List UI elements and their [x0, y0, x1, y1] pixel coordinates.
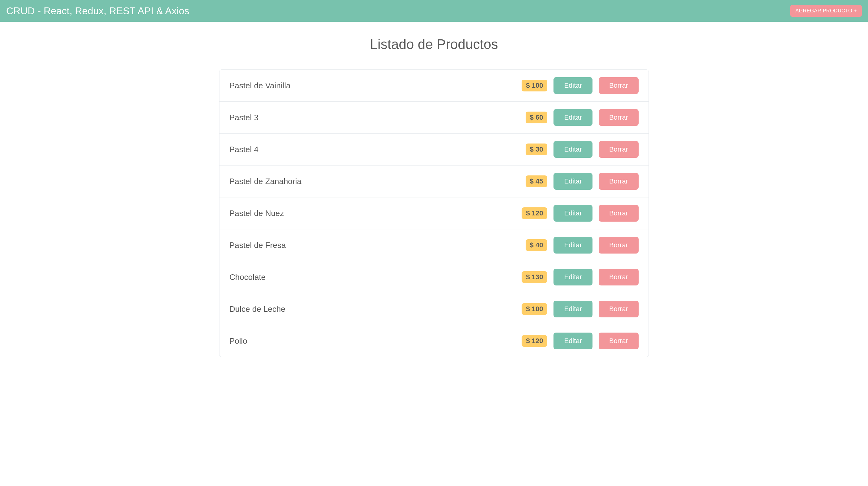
product-item: Chocolate$ 130EditarBorrar — [219, 261, 649, 293]
delete-button[interactable]: Borrar — [599, 269, 639, 285]
price-badge: $ 130 — [522, 271, 547, 283]
product-item: Pastel de Zanahoria$ 45EditarBorrar — [219, 166, 649, 197]
product-item: Pastel de Nuez$ 120EditarBorrar — [219, 197, 649, 229]
delete-button[interactable]: Borrar — [599, 237, 639, 254]
delete-button[interactable]: Borrar — [599, 173, 639, 190]
product-item: Pastel 3$ 60EditarBorrar — [219, 102, 649, 134]
product-list: Pastel de Vainilla$ 100EditarBorrarPaste… — [219, 69, 649, 357]
product-item: Dulce de Leche$ 100EditarBorrar — [219, 293, 649, 325]
product-name: Pastel de Fresa — [229, 240, 520, 250]
product-item: Pastel de Vainilla$ 100EditarBorrar — [219, 70, 649, 102]
delete-button[interactable]: Borrar — [599, 77, 639, 94]
navbar-brand[interactable]: CRUD - React, Redux, REST API & Axios — [6, 5, 189, 17]
product-item: Pollo$ 120EditarBorrar — [219, 325, 649, 357]
price-badge: $ 45 — [526, 175, 548, 187]
price-badge: $ 100 — [522, 80, 547, 91]
edit-button[interactable]: Editar — [554, 301, 592, 317]
product-name: Pollo — [229, 336, 516, 346]
delete-button[interactable]: Borrar — [599, 301, 639, 317]
product-name: Pastel de Zanahoria — [229, 177, 520, 186]
product-item: Pastel de Fresa$ 40EditarBorrar — [219, 229, 649, 261]
price-badge: $ 30 — [526, 143, 548, 155]
delete-button[interactable]: Borrar — [599, 333, 639, 349]
product-name: Pastel de Vainilla — [229, 81, 516, 90]
edit-button[interactable]: Editar — [554, 205, 592, 222]
page-title: Listado de Productos — [219, 36, 649, 52]
edit-button[interactable]: Editar — [554, 109, 592, 126]
product-name: Pastel 4 — [229, 145, 520, 154]
edit-button[interactable]: Editar — [554, 77, 592, 94]
product-name: Chocolate — [229, 273, 516, 282]
edit-button[interactable]: Editar — [554, 269, 592, 285]
product-item: Pastel 4$ 30EditarBorrar — [219, 134, 649, 166]
price-badge: $ 40 — [526, 239, 548, 251]
price-badge: $ 60 — [526, 112, 548, 123]
edit-button[interactable]: Editar — [554, 173, 592, 190]
product-name: Pastel 3 — [229, 113, 520, 122]
navbar: CRUD - React, Redux, REST API & Axios AG… — [0, 0, 868, 22]
edit-button[interactable]: Editar — [554, 333, 592, 349]
price-badge: $ 100 — [522, 303, 547, 315]
product-name: Dulce de Leche — [229, 304, 516, 314]
product-name: Pastel de Nuez — [229, 208, 516, 218]
price-badge: $ 120 — [522, 207, 547, 219]
delete-button[interactable]: Borrar — [599, 141, 639, 158]
edit-button[interactable]: Editar — [554, 237, 592, 254]
price-badge: $ 120 — [522, 335, 547, 347]
edit-button[interactable]: Editar — [554, 141, 592, 158]
add-product-button[interactable]: AGREGAR PRODUCTO + — [790, 5, 862, 17]
delete-button[interactable]: Borrar — [599, 109, 639, 126]
delete-button[interactable]: Borrar — [599, 205, 639, 222]
